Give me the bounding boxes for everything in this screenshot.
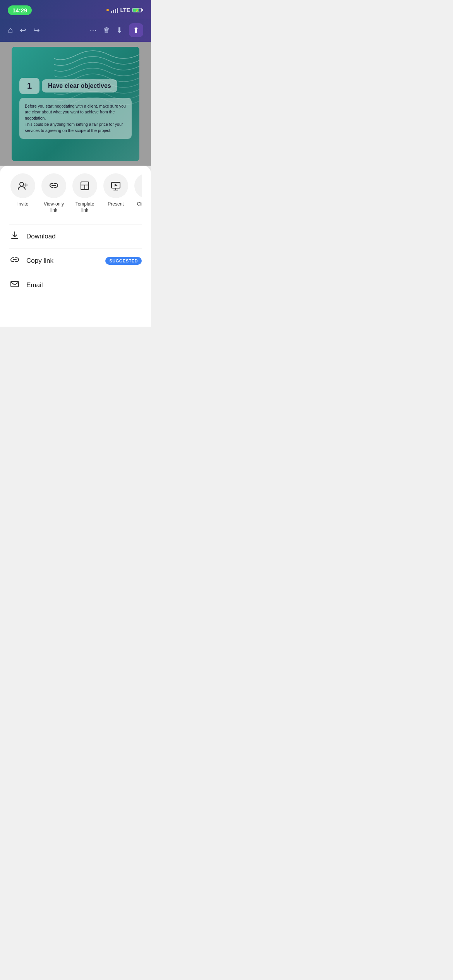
svg-marker-8 (115, 184, 118, 187)
email-list-item[interactable]: Email (9, 273, 142, 297)
share-button[interactable]: ⬆ (129, 23, 143, 37)
status-time: 14:29 (8, 5, 32, 15)
view-only-link-icon-circle (41, 173, 66, 198)
svg-point-0 (20, 182, 24, 186)
action-clipboard[interactable]: Clipboa... (133, 173, 142, 213)
download-label: Download (26, 233, 56, 240)
invite-icon-circle (10, 173, 35, 198)
share-icon: ⬆ (133, 26, 139, 35)
toolbar: ⌂ ↩ ↪ ··· ♛ ⬇ ⬆ (0, 19, 151, 42)
action-template-link[interactable]: Template link (71, 173, 98, 213)
svg-rect-15 (11, 281, 19, 287)
copy-link-label: Copy link (26, 257, 53, 265)
slide-title-card: Have clear objectives (42, 79, 117, 93)
battery-icon: ⚡ (132, 8, 143, 12)
toolbar-left: ⌂ ↩ ↪ (8, 25, 40, 35)
undo-icon[interactable]: ↩ (20, 26, 26, 35)
battery-body: ⚡ (132, 8, 142, 12)
template-link-label: Template link (71, 201, 98, 213)
home-icon[interactable]: ⌂ (8, 25, 13, 35)
template-link-icon-circle (72, 173, 97, 198)
download-list-icon (9, 231, 20, 242)
suggested-badge: SUGGESTED (105, 257, 142, 265)
toolbar-right: ··· ♛ ⬇ ⬆ (90, 23, 143, 37)
email-list-icon (9, 279, 20, 291)
wifi-dot (106, 9, 109, 11)
view-only-link-label: View-only link (40, 201, 67, 213)
actions-row: Invite View-only link Template link (9, 173, 142, 213)
status-right: LTE ⚡ (106, 7, 143, 13)
signal-bar-4 (117, 8, 118, 13)
email-label: Email (26, 281, 43, 289)
status-bar: 14:29 LTE ⚡ (0, 0, 151, 19)
signal-bars (111, 7, 118, 13)
slide-header-row: 1 Have clear objectives (19, 78, 132, 94)
redo-icon[interactable]: ↪ (33, 26, 40, 35)
download-list-item[interactable]: Download (9, 224, 142, 248)
signal-bar-3 (115, 9, 116, 13)
copy-link-list-icon (9, 255, 20, 267)
slide-number-badge: 1 (19, 78, 39, 94)
download-icon[interactable]: ⬇ (116, 26, 123, 35)
present-icon-circle (103, 173, 128, 198)
battery-tip (142, 9, 143, 11)
slide-body-text-2: This could be anything from setting a fa… (25, 122, 126, 134)
slide-title-text: Have clear objectives (48, 82, 111, 89)
signal-bar-1 (111, 11, 112, 13)
action-view-only-link[interactable]: View-only link (40, 173, 67, 213)
more-options-icon[interactable]: ··· (90, 26, 97, 34)
signal-bar-2 (113, 10, 114, 13)
invite-label: Invite (17, 201, 29, 207)
slide: 1 Have clear objectives Before you start… (12, 47, 139, 161)
lte-text: LTE (120, 7, 130, 13)
crown-icon[interactable]: ♛ (103, 26, 110, 35)
slide-body-text-1: Before you start negotiating with a clie… (25, 103, 126, 122)
copy-link-list-item[interactable]: Copy link SUGGESTED (9, 248, 142, 273)
canvas-area: 1 Have clear objectives Before you start… (0, 42, 151, 166)
slide-body-card: Before you start negotiating with a clie… (19, 98, 132, 139)
clipboard-icon-circle (134, 173, 142, 198)
battery-bolt-icon: ⚡ (135, 9, 139, 12)
action-invite[interactable]: Invite (9, 173, 36, 213)
action-present[interactable]: Present (102, 173, 129, 213)
clipboard-label: Clipboa... (137, 201, 142, 207)
present-label: Present (108, 201, 124, 207)
bottom-sheet: Invite View-only link Template link (0, 166, 151, 327)
